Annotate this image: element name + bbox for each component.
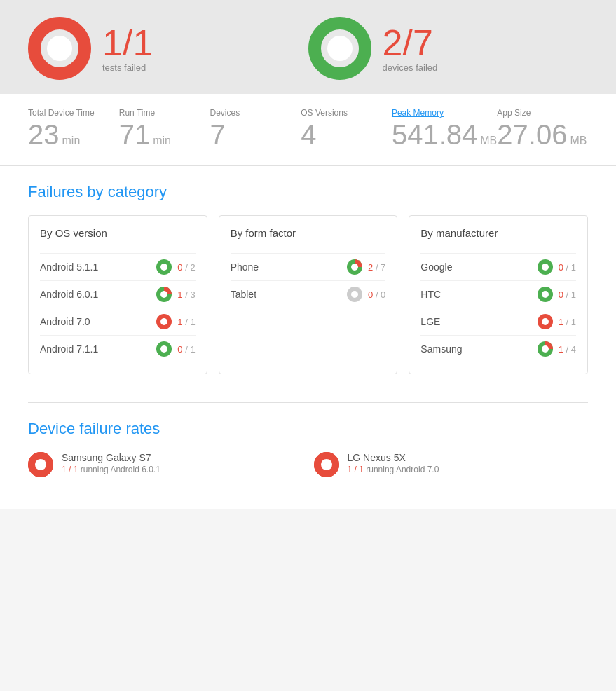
device-0-icon (28, 452, 53, 477)
stat-run-time-unit: min (153, 135, 171, 147)
stat-run-time-label: Run Time (119, 108, 155, 118)
mfr-item-2-name: LGE (420, 316, 440, 327)
ff-item-1: Tablet 0 / 0 (231, 280, 386, 308)
stat-devices-label: Devices (210, 108, 240, 118)
svg-point-6 (160, 264, 167, 271)
svg-point-20 (542, 291, 549, 298)
mfr-item-3: Samsung 1 / 4 (420, 335, 576, 362)
svg-point-8 (160, 291, 167, 298)
stat-devices-value: 7 (210, 121, 225, 149)
os-item-2-name: Android 7.0 (40, 316, 90, 327)
os-item-0: Android 5.1.1 0 / 2 (40, 253, 196, 280)
category-row: By OS version Android 5.1.1 0 / 2 Androi… (28, 215, 588, 374)
stats-row: Total Device Time 23 min Run Time 71 min… (0, 94, 616, 166)
stat-peak-memory-label[interactable]: Peak Memory (392, 108, 444, 118)
top-summary: 1 /1 tests failed 2 /7 (0, 0, 616, 94)
stat-devices: Devices 7 (210, 108, 301, 149)
stat-app-size-value: 27.06 (497, 121, 567, 149)
os-item-1: Android 6.0.1 1 / 3 (40, 280, 196, 308)
mfr-item-2-status: 1 / 1 (538, 314, 576, 329)
device-0-detail: 1 / 1 running Android 6.0.1 (62, 465, 160, 474)
os-item-3-fraction: 0 / 1 (177, 344, 195, 355)
os-item-0-fraction: 0 / 2 (177, 262, 195, 273)
os-item-2-status: 1 / 1 (156, 314, 195, 329)
by-manufacturer-card: By manufacturer Google 0 / 1 HTC (409, 215, 588, 374)
stat-app-size-label: App Size (497, 108, 531, 118)
ff-item-0-status: 2 / 7 (347, 259, 385, 275)
mfr-item-0-status: 0 / 1 (538, 259, 576, 275)
device-0-info: Samsung Galaxy S7 1 / 1 running Android … (62, 452, 160, 474)
svg-point-14 (351, 264, 358, 271)
device-1-name: LG Nexus 5X (348, 452, 439, 463)
by-os-title: By OS version (40, 227, 196, 242)
mfr-item-0-indicator (538, 259, 553, 275)
mfr-item-0-name: Google (420, 261, 452, 273)
os-item-2-indicator (156, 314, 172, 329)
os-item-2-fraction: 1 / 1 (177, 317, 195, 327)
device-card-1: LG Nexus 5X 1 / 1 running Android 7.0 (314, 452, 589, 486)
device-1-fail-fraction: 1 / 1 (348, 465, 367, 474)
svg-point-28 (321, 459, 332, 470)
svg-point-12 (160, 346, 167, 353)
tests-failed-number: 1 (102, 25, 123, 61)
mfr-item-2-fraction: 1 / 1 (559, 317, 576, 327)
svg-point-24 (542, 346, 549, 353)
device-0-name: Samsung Galaxy S7 (62, 452, 160, 463)
os-item-0-indicator (156, 259, 172, 275)
failures-section-title: Failures by category (28, 183, 588, 201)
section-divider (28, 402, 588, 403)
device-card-0: Samsung Galaxy S7 1 / 1 running Android … (28, 452, 303, 486)
device-0-fail-fraction: 1 / 1 (62, 465, 81, 474)
mfr-item-1-name: HTC (420, 289, 441, 300)
device-failure-title: Device failure rates (28, 420, 588, 438)
devices-label: devices failed (383, 62, 438, 73)
svg-point-10 (160, 318, 167, 325)
mfr-item-3-status: 1 / 4 (538, 341, 576, 357)
stat-peak-memory-value: 541.84 (392, 121, 477, 149)
mfr-item-1-fraction: 0 / 1 (559, 289, 576, 300)
os-item-1-indicator (156, 287, 172, 302)
devices-donut (308, 17, 371, 80)
os-item-2: Android 7.0 1 / 1 (40, 308, 196, 335)
stat-run-time: Run Time 71 min (119, 108, 210, 149)
tests-value-block: 1 /1 tests failed (102, 25, 153, 73)
stat-peak-memory-unit: MB (480, 135, 497, 147)
stat-app-size-unit: MB (570, 135, 587, 147)
tests-fraction: /1 (123, 25, 153, 61)
devices-value-block: 2 /7 devices failed (383, 25, 438, 73)
mfr-item-2: LGE 1 / 1 (420, 308, 576, 335)
by-form-factor-title: By form factor (231, 227, 386, 242)
tests-label: tests failed (102, 62, 146, 73)
mfr-item-3-fraction: 1 / 4 (559, 344, 576, 355)
svg-point-18 (542, 264, 549, 271)
devices-fraction: /7 (402, 25, 432, 61)
stat-total-device-time: Total Device Time 23 min (28, 108, 119, 149)
os-item-3-indicator (156, 341, 172, 357)
stat-run-time-value: 71 (119, 121, 151, 149)
tests-failed-block: 1 /1 tests failed (28, 17, 308, 80)
by-form-factor-card: By form factor Phone 2 / 7 Tablet (219, 215, 398, 374)
stat-os-versions: OS Versions 4 (301, 108, 392, 149)
stat-total-device-time-value: 23 (28, 121, 60, 149)
mfr-item-0-fraction: 0 / 1 (559, 262, 576, 273)
device-1-icon (314, 452, 339, 477)
stat-peak-memory[interactable]: Peak Memory 541.84 MB (392, 108, 497, 149)
by-os-card: By OS version Android 5.1.1 0 / 2 Androi… (28, 215, 207, 374)
by-manufacturer-title: By manufacturer (420, 227, 576, 242)
ff-item-1-indicator (347, 287, 362, 302)
os-item-0-status: 0 / 2 (156, 259, 195, 275)
ff-item-1-status: 0 / 0 (347, 287, 385, 302)
stat-os-versions-value: 4 (301, 121, 316, 149)
os-item-1-name: Android 6.0.1 (40, 289, 98, 300)
ff-item-0-name: Phone (231, 261, 259, 273)
device-cards-row: Samsung Galaxy S7 1 / 1 running Android … (28, 452, 588, 486)
tests-donut (28, 17, 91, 80)
svg-point-1 (47, 36, 72, 61)
mfr-item-1-status: 0 / 1 (538, 287, 576, 302)
ff-item-0-fraction: 2 / 7 (368, 262, 385, 273)
mfr-item-3-name: Samsung (420, 343, 462, 355)
ff-item-1-name: Tablet (231, 289, 256, 300)
stat-total-device-time-unit: min (62, 135, 81, 147)
main-content: Failures by category By OS version Andro… (0, 166, 616, 509)
ff-item-0-indicator (347, 259, 362, 275)
